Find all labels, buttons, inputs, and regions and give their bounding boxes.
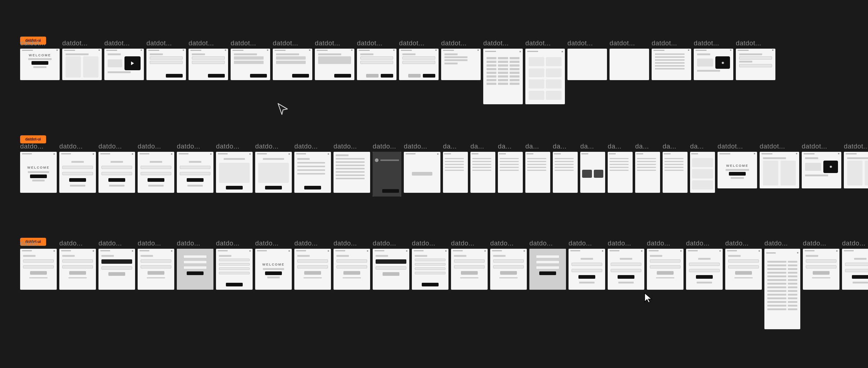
frame-thumb[interactable]: datdot... [567,40,607,80]
frame-label[interactable]: da... [498,143,512,150]
frame-label[interactable]: datdot... [357,40,383,47]
frame-canvas[interactable] [569,249,605,290]
frame-label[interactable]: datdo... [98,240,122,247]
frame-thumb[interactable]: datdot... ◉ [694,40,733,80]
frame-label[interactable]: datdot... [104,40,130,47]
frame-label[interactable]: datdot... [273,40,298,47]
frame-thumb[interactable]: datdo... [404,143,440,193]
frame-canvas[interactable] [373,152,401,196]
frame-label[interactable]: da... [443,143,457,150]
frame-thumb[interactable]: datdo... [255,143,292,193]
frame-canvas[interactable]: WELCOME [20,49,60,80]
frame-label[interactable]: datdo... [59,143,83,150]
frame-label[interactable]: datdo... [608,240,631,247]
frame-canvas[interactable] [451,249,488,290]
frame-label[interactable]: datdo... [20,240,44,247]
frame-canvas[interactable] [842,249,868,290]
frame-canvas[interactable] [59,249,96,290]
frame-thumb[interactable]: datdo... [803,240,839,290]
frame-thumb[interactable]: datdo... [20,240,57,290]
frame-canvas[interactable] [490,249,527,290]
frame-thumb[interactable]: datdot... [62,40,102,80]
frame-label[interactable]: da... [525,143,539,150]
frame-canvas[interactable]: ◉ [694,49,733,80]
frame-canvas[interactable] [273,49,312,80]
frame-label[interactable]: da... [553,143,567,150]
frame-canvas[interactable] [373,249,409,290]
frame-thumb[interactable]: da... [635,143,660,193]
frame-thumb[interactable]: datdo... [177,240,213,290]
frame-thumb[interactable]: datdo... [177,143,213,193]
frame-label[interactable]: datdot... [20,40,46,47]
frame-thumb[interactable]: datdo... [373,143,401,196]
frame-canvas[interactable] [216,152,253,193]
frame-thumb[interactable]: datdo... [451,240,488,290]
frame-thumb[interactable]: datdo... [686,240,723,290]
frame-thumb[interactable]: datdo... WELCOME [20,143,57,193]
frame-label[interactable]: datdo... [842,240,865,247]
frame-thumb[interactable]: datdo... [216,143,253,193]
frame-label[interactable]: datdo... [451,240,474,247]
frame-label[interactable]: da... [470,143,484,150]
frame-thumb[interactable]: da... [525,143,550,193]
frame-thumb[interactable]: datdot... [231,40,270,80]
frame-canvas[interactable] [177,152,213,193]
frame-thumb[interactable]: datdot... [483,40,523,104]
frame-label[interactable]: datdo... [404,143,427,150]
frame-label[interactable]: datdo... [20,143,44,150]
frame-label[interactable]: datdot... [802,143,827,150]
frame-canvas[interactable] [525,152,550,193]
frame-thumb[interactable]: datdo... [294,240,331,290]
frame-canvas[interactable] [146,49,186,80]
frame-canvas[interactable] [647,249,683,290]
frame-canvas[interactable] [441,49,481,80]
frame-canvas[interactable] [98,249,135,290]
frame-label[interactable]: datdo... [803,240,826,247]
frame-canvas[interactable] [315,49,354,80]
frame-label[interactable]: datdot... [146,40,172,47]
frame-label[interactable]: da... [608,143,622,150]
frame-thumb[interactable]: datdo... [138,143,174,193]
frame-label[interactable]: datdot... [760,143,785,150]
frame-canvas[interactable] [104,49,144,80]
frame-label[interactable]: datdot... [525,40,551,47]
frame-canvas[interactable]: WELCOME [718,152,757,188]
section-label-row2[interactable]: datdot-ui [20,135,46,143]
frame-label[interactable]: datdo... [138,143,161,150]
frame-thumb[interactable]: datdo... [334,143,370,193]
frame-canvas[interactable] [686,249,723,290]
frame-label[interactable]: datdot... [694,40,719,47]
frame-label[interactable]: datdot... [315,40,340,47]
frame-thumb[interactable]: datdot... [315,40,354,80]
frame-thumb[interactable]: datdo... [138,240,174,290]
frame-thumb[interactable]: datdot... [146,40,186,80]
frame-canvas[interactable] [294,152,331,193]
frame-canvas[interactable] [138,152,174,193]
frame-thumb[interactable]: datdo... [725,240,762,290]
frame-canvas[interactable] [62,49,102,80]
frame-canvas[interactable] [635,152,660,193]
frame-thumb[interactable]: datdo... [98,143,135,193]
frame-canvas[interactable] [412,249,448,290]
frame-canvas[interactable] [663,152,688,193]
frame-canvas[interactable] [20,249,57,290]
frame-canvas[interactable] [404,152,440,193]
frame-canvas[interactable] [529,249,566,290]
frame-thumb[interactable]: datdo... WELCOME [255,240,292,290]
frame-canvas[interactable] [652,49,691,80]
frame-canvas[interactable] [483,49,523,104]
frame-canvas[interactable] [470,152,495,193]
frame-thumb[interactable]: datdo... [569,240,605,290]
frame-label[interactable]: datdot... [718,143,743,150]
frame-thumb[interactable]: datdo... [764,240,800,329]
frame-canvas[interactable] [255,152,292,193]
frame-canvas[interactable] [399,49,439,80]
frame-canvas[interactable] [610,49,649,80]
frame-canvas[interactable] [553,152,578,193]
frame-canvas[interactable] [725,249,762,290]
frame-thumb[interactable]: da... [498,143,523,193]
frame-thumb[interactable]: da... [608,143,633,193]
frame-label[interactable]: da... [663,143,677,150]
frame-thumb[interactable]: datdot... [525,40,565,104]
frame-canvas[interactable] [357,49,396,80]
